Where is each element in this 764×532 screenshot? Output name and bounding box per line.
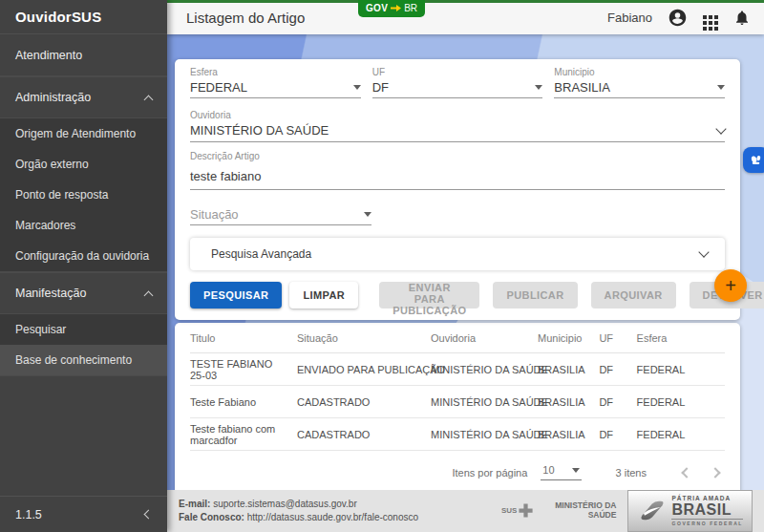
sidebar: OuvidorSUS Atendimento Administração Ori… — [0, 0, 167, 532]
add-artigo-fab[interactable]: + — [714, 269, 747, 302]
col-header-ouvidoria: Ouvidoria — [431, 332, 538, 344]
content-area: Esfera FEDERAL UF DF M — [167, 34, 764, 490]
ministerio-da-saude-logo: MINISTÉRIO DA SAÚDE — [545, 501, 616, 521]
descricao-value: teste fabiano — [190, 169, 725, 183]
sus-cross-icon — [518, 502, 534, 519]
govbr-gov-text: GOV — [366, 3, 388, 13]
actions-row: PESQUISAR LIMPAR ENVIAR PARA PUBLICAÇÃO … — [190, 282, 725, 318]
cell-municipio: BRASILIA — [538, 396, 599, 408]
cell-esfera: FEDERAL — [637, 396, 725, 408]
ouvidoria-select[interactable]: Ouvidoria MINISTÉRIO DA SAÚDE — [190, 106, 725, 142]
situacao-placeholder: Situação — [190, 207, 239, 222]
cell-situacao: CADASTRADO — [297, 396, 431, 408]
brasil-flag-icon — [637, 500, 666, 521]
sidebar-item-atendimento[interactable]: Atendimento — [0, 34, 167, 76]
col-header-municipio: Municipio — [538, 332, 599, 344]
col-header-situacao: Situação — [297, 332, 431, 344]
pesquisa-avancada-expander[interactable]: Pesquisa Avançada — [190, 238, 725, 270]
sidebar-item-label: Base de conhecimento — [15, 353, 132, 367]
descricao-artigo-input[interactable]: Descrição Artigo teste fabiano — [190, 147, 725, 190]
footer-email-value: suporte.sistemas@datasus.gov.br — [213, 499, 357, 509]
cell-situacao: ENVIADO PARA PUBLICAÇÃO — [297, 364, 431, 375]
sidebar-group-manifestacao: Pesquisar Base de conhecimento — [0, 314, 167, 376]
dropdown-caret-icon — [353, 85, 361, 90]
arquivar-button[interactable]: ARQUIVAR — [591, 282, 676, 309]
user-name: Fabiano — [607, 11, 652, 25]
topbar-right: Fabiano — [607, 8, 764, 28]
situacao-select[interactable]: Situação — [190, 207, 371, 225]
cell-titulo: Teste Fabiano — [190, 396, 297, 408]
cell-uf: DF — [599, 429, 636, 440]
sidebar-group-administracao: Origem de Atendimento Orgão externo Pont… — [0, 118, 167, 272]
sidebar-item-label: Configuração da ouvidoria — [15, 249, 149, 263]
table-row[interactable]: TESTE FABIANO 25-03 ENVIADO PARA PUBLICA… — [190, 353, 725, 386]
esfera-select[interactable]: Esfera FEDERAL — [190, 63, 361, 98]
cell-uf: DF — [599, 364, 636, 375]
governo-federal-logo: PÁTRIA AMADA BRASIL GOVERNO FEDERAL — [627, 490, 753, 532]
govbr-badge[interactable]: GOV BR — [358, 0, 425, 17]
sidebar-item-label: Orgão externo — [15, 158, 89, 171]
apps-grid-icon[interactable] — [703, 15, 707, 19]
enviar-para-publicacao-button[interactable]: ENVIAR PARA PUBLICAÇÃO — [379, 282, 479, 309]
pagination-range: 3 itens — [616, 467, 647, 479]
cell-ouvidoria: MINISTÉRIO DA SAÚDE — [431, 364, 538, 375]
dropdown-caret-icon — [535, 85, 542, 90]
uf-select[interactable]: UF DF — [372, 63, 543, 98]
pagination-bar: Itens por página 10 3 itens — [190, 451, 725, 490]
pesquisar-button[interactable]: PESQUISAR — [190, 282, 282, 309]
municipio-label: Municipio — [554, 63, 725, 77]
govbr-br-text: BR — [404, 3, 417, 13]
ouvidoria-value: MINISTÉRIO DA SAÚDE — [190, 123, 329, 138]
cell-ouvidoria: MINISTÉRIO DA SAÚDE — [431, 429, 538, 440]
previous-page-icon[interactable] — [681, 467, 691, 478]
items-per-page-select[interactable]: 10 — [541, 464, 581, 480]
sidebar-item-label: Pesquisar — [15, 323, 66, 336]
chevron-up-icon — [144, 290, 154, 300]
esfera-label: Esfera — [190, 63, 361, 77]
next-page-icon[interactable] — [710, 467, 720, 478]
items-per-page-label: Itens por página — [452, 467, 527, 479]
sidebar-item-administracao[interactable]: Administração — [0, 76, 167, 118]
sidebar-item-base-de-conhecimento[interactable]: Base de conhecimento — [0, 345, 167, 375]
accessibility-hands-icon — [749, 153, 763, 167]
collapse-sidebar-icon[interactable] — [144, 510, 154, 520]
sidebar-item-orgao-externo[interactable]: Orgão externo — [0, 149, 167, 180]
sidebar-item-marcadores[interactable]: Marcadores — [0, 210, 167, 241]
col-header-titulo: Titulo — [190, 332, 297, 344]
pesquisa-avancada-label: Pesquisa Avançada — [211, 247, 311, 261]
footer-contact-label: Fale Conosco: — [179, 512, 244, 522]
sidebar-item-label: Ponto de resposta — [15, 188, 108, 202]
sidebar-item-pesquisar[interactable]: Pesquisar — [0, 314, 167, 345]
govbr-arrow-icon — [391, 4, 401, 12]
footer: E-mail: suporte.sistemas@datasus.gov.br … — [167, 490, 764, 532]
sus-logo: SUS — [501, 502, 534, 519]
municipio-value: BRASILIA — [554, 80, 610, 95]
publicar-button[interactable]: PUBLICAR — [493, 282, 577, 309]
cell-municipio: BRASILIA — [538, 429, 599, 440]
limpar-button[interactable]: LIMPAR — [289, 282, 358, 309]
sidebar-item-label: Origem de Atendimento — [15, 127, 136, 140]
sidebar-item-label: Atendimento — [15, 49, 82, 62]
table-row[interactable]: Teste fabiano com marcadfor CADASTRADO M… — [190, 418, 725, 451]
filter-row-1: Esfera FEDERAL UF DF M — [190, 63, 725, 98]
sidebar-footer: 1.1.5 — [0, 496, 167, 532]
chevron-down-icon — [715, 123, 726, 134]
municipio-select[interactable]: Municipio BRASILIA — [554, 63, 725, 98]
cell-esfera: FEDERAL — [637, 429, 725, 440]
table-row[interactable]: Teste Fabiano CADASTRADO MINISTÉRIO DA S… — [190, 386, 725, 418]
account-circle-icon[interactable] — [668, 8, 688, 28]
sidebar-item-manifestacao[interactable]: Manifestação — [0, 272, 167, 314]
sidebar-item-origem-de-atendimento[interactable]: Origem de Atendimento — [0, 118, 167, 149]
sus-text: SUS — [501, 505, 517, 516]
brasil-text: BRASIL — [671, 502, 743, 517]
page-title: Listagem do Artigo — [186, 10, 305, 26]
items-per-page-value: 10 — [542, 464, 554, 476]
col-header-uf: UF — [599, 332, 636, 344]
sidebar-item-configuracao-da-ouvidoria[interactable]: Configuração da ouvidoria — [0, 241, 167, 271]
bell-icon[interactable] — [733, 9, 751, 27]
uf-value: DF — [372, 80, 389, 95]
cell-esfera: FEDERAL — [637, 364, 725, 375]
vlibras-accessibility-button[interactable] — [743, 147, 764, 173]
sidebar-item-ponto-de-resposta[interactable]: Ponto de resposta — [0, 180, 167, 210]
sidebar-item-label: Marcadores — [15, 219, 75, 232]
